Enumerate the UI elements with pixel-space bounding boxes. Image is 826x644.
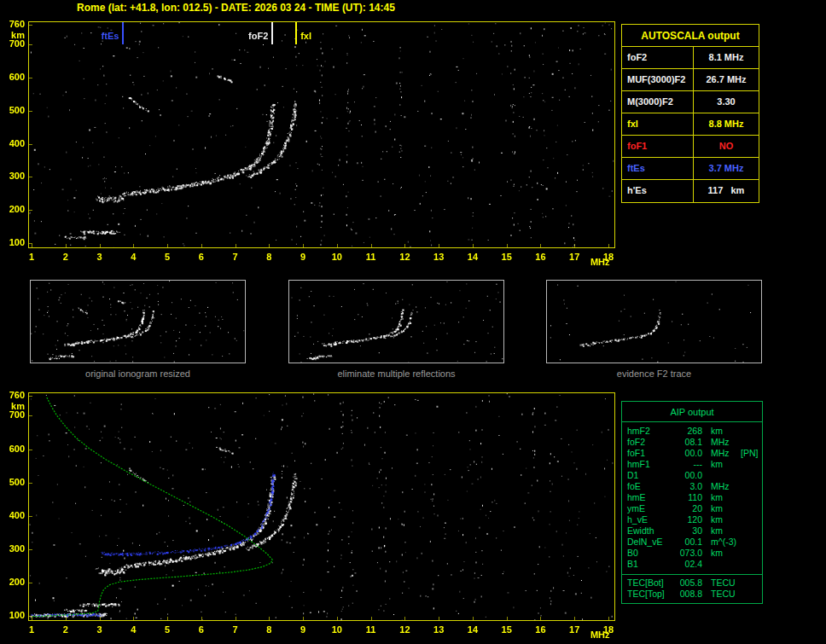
thumb-evidence-canvas xyxy=(547,281,761,363)
x-tick-label: 18 xyxy=(599,252,618,262)
autoscala-row-value: 3.30 xyxy=(694,91,759,113)
aip-row-name: foE xyxy=(622,481,673,492)
aip-row-name: B1 xyxy=(622,559,673,570)
ionogram-top-frame xyxy=(28,21,615,248)
autoscala-row-value: 8.1 MHz xyxy=(694,47,759,68)
aip-row-value: 08.1 xyxy=(673,437,702,448)
y-tick-label: 500 xyxy=(0,477,25,487)
aip-row-unit: km xyxy=(702,459,740,470)
aip-row-name: hmF2 xyxy=(622,426,673,437)
x-tick-label: 12 xyxy=(395,252,414,262)
x-tick-label: 1 xyxy=(22,252,41,262)
aip-table-header: AIP output xyxy=(622,402,762,422)
aip-row-unit xyxy=(702,470,740,481)
y-tick-label: 400 xyxy=(0,510,25,520)
y-axis-unit: km xyxy=(0,401,25,411)
x-tick-label: 16 xyxy=(531,624,550,635)
aip-row-unit: km xyxy=(702,525,740,537)
ionogram-bottom-frame xyxy=(28,392,615,621)
x-tick-label: 17 xyxy=(565,624,584,635)
aip-row-value: 00.0 xyxy=(673,470,702,481)
aip-row-name: TEC[Top] xyxy=(622,589,673,600)
aip-row: hmF1---km xyxy=(622,459,762,470)
aip-row-value: 008.8 xyxy=(673,589,702,600)
x-tick-label: 1 xyxy=(22,624,41,635)
station-title: Rome (lat: +41.8, lon: 012.5) - DATE: 20… xyxy=(77,2,395,14)
autoscala-row-label: foF1 xyxy=(622,136,694,157)
aip-row-unit: km xyxy=(702,514,740,525)
thumb-original-caption: original ionogram resized xyxy=(30,368,246,379)
thumb-original-canvas xyxy=(31,281,245,363)
aip-row-value: 110 xyxy=(673,492,702,503)
aip-row-value: 120 xyxy=(673,514,702,525)
aip-row-name: hmE xyxy=(622,492,673,503)
y-tick-label: 300 xyxy=(0,171,25,181)
autoscala-output-table: AUTOSCALA output foF28.1 MHzMUF(3000)F22… xyxy=(621,24,759,203)
autoscala-row-value: 3.7 MHz xyxy=(694,158,759,179)
x-tick-label: 15 xyxy=(497,252,516,262)
aip-row-value: 00.1 xyxy=(673,537,702,548)
aip-row-value: 30 xyxy=(673,525,702,537)
x-tick-label: 3 xyxy=(90,624,109,635)
x-tick-label: 5 xyxy=(158,252,177,262)
x-tick-label: 12 xyxy=(395,624,414,635)
ionogram-bottom-canvas xyxy=(29,393,614,620)
x-tick-label: 14 xyxy=(463,624,482,635)
autoscala-row-label: h'Es xyxy=(622,180,694,202)
aip-row: TEC[Bot]005.8TECU xyxy=(622,574,762,589)
x-tick-label: 10 xyxy=(328,624,346,635)
aip-row-name: B0 xyxy=(622,548,673,559)
autoscala-row: foF28.1 MHz xyxy=(622,47,759,69)
y-tick-label: 600 xyxy=(0,444,25,454)
aip-row-value: 073.0 xyxy=(673,548,702,559)
aip-table-body: hmF2268kmfoF208.1MHzfoF100.0MHz[PN]hmF1-… xyxy=(622,422,762,600)
aip-row-unit xyxy=(702,559,740,570)
x-tick-label: 16 xyxy=(531,252,550,262)
aip-row: h_vE120km xyxy=(622,514,762,525)
x-tick-label: 7 xyxy=(226,624,245,635)
aip-row-note xyxy=(740,525,762,537)
x-tick-label: 4 xyxy=(124,252,143,262)
y-tick-label: 700 xyxy=(0,38,25,49)
aip-row-value: 268 xyxy=(673,426,702,437)
aip-row-note xyxy=(740,437,762,448)
thumb-eliminate-frame xyxy=(288,280,504,363)
aip-row-unit: MHz xyxy=(702,437,740,448)
y-tick-label: 500 xyxy=(0,105,25,115)
aip-row-value: 02.4 xyxy=(673,559,702,570)
autoscala-row: h'Es117 km xyxy=(622,180,759,202)
x-tick-label: 13 xyxy=(429,624,448,635)
aip-row-unit: TECU xyxy=(702,577,740,589)
y-tick-label: 760 xyxy=(0,19,25,29)
aip-row-name: foF1 xyxy=(622,448,673,459)
aip-row-name: DelN_vE xyxy=(622,537,673,548)
y-tick-label: 100 xyxy=(0,610,25,620)
aip-row-note xyxy=(740,589,762,600)
x-axis-unit: MHz xyxy=(585,257,614,267)
aip-row-unit: m^(-3) xyxy=(702,537,740,548)
aip-row: B102.4 xyxy=(622,559,762,570)
autoscala-window: Rome (lat: +41.8, lon: 012.5) - DATE: 20… xyxy=(0,0,826,644)
autoscala-row-label: MUF(3000)F2 xyxy=(622,69,694,90)
aip-row: B0073.0km xyxy=(622,548,762,559)
x-tick-label: 14 xyxy=(463,252,482,262)
autoscala-row-value: NO xyxy=(694,136,759,157)
x-tick-label: 15 xyxy=(497,624,516,635)
aip-row-note xyxy=(740,459,762,470)
x-tick-label: 6 xyxy=(192,252,211,262)
aip-row-unit: TECU xyxy=(702,589,740,600)
thumb-evidence-caption: evidence F2 trace xyxy=(546,368,762,379)
x-tick-label: 13 xyxy=(429,252,448,262)
x-tick-label: 3 xyxy=(90,252,109,262)
aip-row: hmE110km xyxy=(622,492,762,503)
autoscala-row-label: fxl xyxy=(622,113,694,135)
aip-row-note xyxy=(740,481,762,492)
ionogram-top-canvas xyxy=(29,22,614,247)
aip-row: ymE20km xyxy=(622,503,762,514)
aip-row-note xyxy=(740,426,762,437)
x-tick-label: 5 xyxy=(158,624,177,635)
autoscala-row: ftEs3.7 MHz xyxy=(622,158,759,180)
aip-row-name: hmF1 xyxy=(622,459,673,470)
x-tick-label: 2 xyxy=(56,624,75,635)
autoscala-row: MUF(3000)F226.7 MHz xyxy=(622,69,759,91)
